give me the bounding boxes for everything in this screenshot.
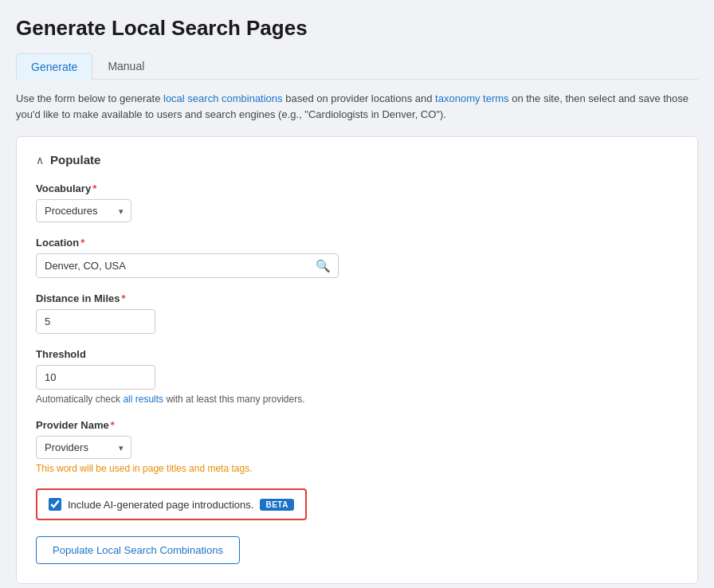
collapse-icon: ∧ [36,154,44,167]
page-container: Generate Local Search Pages Generate Man… [16,16,698,584]
location-search-button[interactable]: 🔍 [316,259,331,273]
beta-badge: BETA [260,499,293,511]
provider-name-select[interactable]: Providers Doctors Physicians [36,436,131,459]
location-required: * [80,237,84,249]
populate-card: ∧ Populate Vocabulary* Procedures Specia… [16,136,698,584]
page-description: Use the form below to generate local sea… [16,91,698,122]
threshold-hint-link: all results [123,394,163,405]
vocabulary-select[interactable]: Procedures Specialties Services [36,199,131,222]
location-input[interactable] [36,253,339,278]
submit-button[interactable]: Populate Local Search Combinations [36,536,240,564]
tabs-bar: Generate Manual [16,53,698,80]
link-taxonomy-terms: taxonomy terms [435,92,508,104]
tab-manual[interactable]: Manual [92,53,159,79]
distance-required: * [121,292,125,304]
section-header[interactable]: ∧ Populate [36,153,678,167]
threshold-hint: Automatically check all results with at … [36,394,678,405]
provider-name-group: Provider Name* Providers Doctors Physici… [36,419,678,474]
threshold-input[interactable] [36,365,155,390]
vocabulary-label: Vocabulary* [36,182,678,194]
ai-checkbox-row: Include AI-generated page introductions.… [36,488,307,520]
distance-input[interactable] [36,309,155,334]
tab-generate[interactable]: Generate [16,53,92,80]
ai-checkbox-label: Include AI-generated page introductions. [68,499,253,511]
search-icon: 🔍 [316,259,331,272]
location-label: Location* [36,237,678,249]
threshold-group: Threshold Automatically check all result… [36,348,678,405]
ai-checkbox[interactable] [49,498,61,511]
location-input-wrapper: 🔍 [36,253,339,278]
provider-name-required: * [111,419,115,431]
provider-name-note: This word will be used in page titles an… [36,463,678,474]
page-title: Generate Local Search Pages [16,16,698,41]
distance-group: Distance in Miles* [36,292,678,334]
distance-label: Distance in Miles* [36,292,678,304]
location-group: Location* 🔍 [36,237,678,278]
vocabulary-required: * [92,182,96,194]
provider-name-label: Provider Name* [36,419,678,431]
threshold-label: Threshold [36,348,678,360]
section-header-label: Populate [50,153,100,167]
provider-name-select-wrapper: Providers Doctors Physicians ▾ [36,436,131,459]
link-local-search: local search combinations [163,92,283,104]
vocabulary-group: Vocabulary* Procedures Specialties Servi… [36,182,678,222]
vocabulary-select-wrapper: Procedures Specialties Services ▾ [36,199,131,222]
